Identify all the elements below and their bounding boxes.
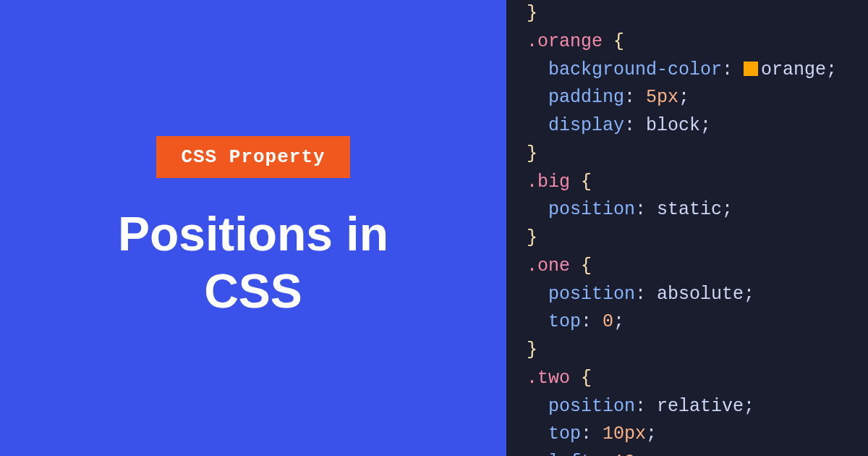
prop-position: position xyxy=(548,199,635,220)
val-top-one: 0 xyxy=(603,311,613,332)
title-line-1: Positions in xyxy=(118,207,388,261)
brace-open: { xyxy=(570,256,592,276)
brace-open: { xyxy=(570,172,592,193)
prop-position: position xyxy=(548,284,635,305)
prop-padding: padding xyxy=(548,87,624,108)
prop-background-color: background-color xyxy=(548,59,722,80)
val-static: static xyxy=(657,199,722,220)
brace-open: { xyxy=(603,31,624,52)
prop-top: top xyxy=(548,311,581,332)
val-left-two: 10px xyxy=(613,452,657,456)
page-title: Positions in CSS xyxy=(118,206,388,320)
prop-top: top xyxy=(548,423,581,444)
brace-close: } xyxy=(527,3,537,24)
prop-left: left xyxy=(548,452,592,456)
val-padding: 5px xyxy=(646,87,678,108)
title-line-2: CSS xyxy=(204,264,302,318)
prop-display: display xyxy=(548,115,624,136)
code-snippet: } .orange { background-color: orange; pa… xyxy=(506,0,868,456)
selector-one: .one xyxy=(527,256,570,276)
brace-open: { xyxy=(570,368,592,389)
hero-panel: CSS Property Positions in CSS xyxy=(0,0,506,456)
selector-two: .two xyxy=(527,368,570,389)
val-relative: relative xyxy=(657,396,744,417)
val-top-two: 10px xyxy=(603,423,646,444)
brace-close: } xyxy=(527,339,537,360)
val-absolute: absolute xyxy=(657,284,744,305)
color-swatch-icon xyxy=(744,62,758,76)
val-orange: orange xyxy=(761,59,826,80)
selector-orange: .orange xyxy=(527,31,603,52)
val-display: block xyxy=(646,115,700,136)
brace-close: } xyxy=(527,227,537,248)
category-badge: CSS Property xyxy=(156,136,349,178)
prop-position: position xyxy=(548,396,635,417)
brace-close: } xyxy=(527,143,537,164)
selector-big: .big xyxy=(527,172,570,193)
